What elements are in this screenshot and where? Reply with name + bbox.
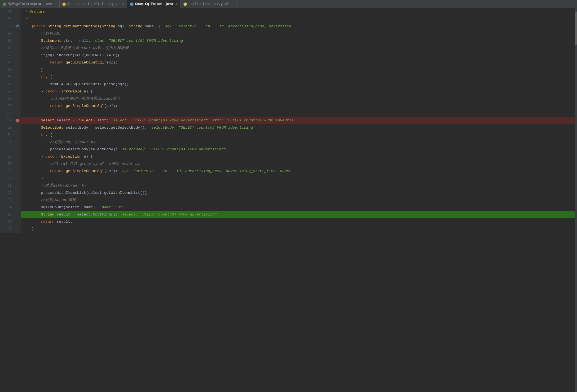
- line-number-79: 79: [0, 95, 14, 102]
- line-gutter-85: [14, 139, 21, 146]
- token: public: [23, 24, 48, 28]
- token: 0: [113, 53, 115, 57]
- tab-tab2[interactable]: AbstractHelperDialect.java×: [60, 0, 127, 8]
- token: [23, 169, 50, 173]
- token: ;: [88, 39, 95, 43]
- tab-icon-tab4: [184, 3, 187, 6]
- token: sql,: [115, 24, 129, 28]
- scrollbar-thumb[interactable]: [575, 11, 577, 45]
- code-editor: 67 * @return68 */69@ public String getSm…: [0, 8, 577, 392]
- token: getSimpleCountSql(: [63, 60, 106, 65]
- line-body-73: if(sql.indexOf(KEEP_ORDERBY) >= 0){: [21, 52, 577, 59]
- tab-icon-tab3: [130, 3, 133, 6]
- code-line-77: 77 stmt = CCJSqlParserUtil.parse(sql);: [0, 81, 577, 88]
- line-number-71: 71: [0, 37, 14, 45]
- line-gutter-77: [14, 81, 21, 88]
- code-line-87: 87 } catch (Exception e) {: [0, 153, 577, 160]
- vertical-scrollbar[interactable]: [575, 8, 577, 392]
- token: }: [23, 227, 34, 231]
- code-content: 67 * @return68 */69@ public String getSm…: [0, 8, 577, 392]
- token: select: "SELECT count(0) FROM advertisin…: [113, 118, 294, 122]
- token: {: [48, 75, 52, 79]
- tab-tab1[interactable]: MyPageInterceptor.java×: [0, 0, 60, 8]
- token: ){: [115, 53, 120, 57]
- token: getSmartCountSql(: [61, 24, 102, 28]
- code-line-92: 92 processWithItemsList(select.getWithIt…: [0, 189, 577, 197]
- line-gutter-95: [14, 211, 21, 218]
- line-gutter-70: [14, 30, 21, 37]
- tab-close-tab2[interactable]: ×: [122, 3, 124, 6]
- line-gutter-88: [14, 160, 21, 168]
- line-body-69: public String getSmartCountSql(String sq…: [21, 23, 577, 30]
- line-number-72: 72: [0, 45, 14, 52]
- line-body-87: } catch (Exception e) {: [21, 153, 577, 160]
- line-gutter-67: [14, 8, 21, 16]
- tab-close-tab4[interactable]: ×: [231, 3, 233, 6]
- tab-tab3[interactable]: CountSqlParser.java×: [127, 0, 181, 8]
- token: Statement: [41, 39, 61, 43]
- line-body-94: sqlToCount(select, name); name: "0": [21, 204, 577, 211]
- line-body-89: return getSimpleCountSql(sql); sql: "sel…: [21, 168, 577, 175]
- code-lines: 67 * @return68 */69@ public String getSm…: [0, 8, 577, 233]
- token: select = (: [54, 118, 79, 122]
- token: [23, 118, 41, 122]
- line-body-68: */: [21, 16, 577, 23]
- line-number-70: 70: [0, 30, 14, 37]
- line-number-86: 86: [0, 146, 14, 153]
- tab-close-tab1[interactable]: ×: [55, 3, 57, 6]
- line-gutter-81: [14, 110, 21, 117]
- line-number-88: 88: [0, 160, 14, 168]
- line-gutter-79: [14, 95, 21, 102]
- code-line-95: 95 String result = select.toString(); se…: [0, 211, 577, 218]
- line-gutter-84: [14, 131, 21, 139]
- code-line-91: 91 //处理with-去order by: [0, 182, 577, 189]
- line-gutter-87: [14, 153, 21, 160]
- line-number-87: 87: [0, 153, 14, 160]
- token: getSimpleCountSql(: [63, 104, 106, 108]
- line-body-96: return result;: [21, 218, 577, 226]
- tab-icon-tab2: [62, 3, 66, 6]
- token: result;: [54, 220, 72, 224]
- token: sql: [118, 82, 124, 86]
- token: return: [50, 169, 63, 173]
- line-gutter-75: [14, 66, 21, 74]
- code-line-88: 88 //当 sql 包含 group by 时，不去除 order by: [0, 160, 577, 168]
- line-number-77: 77: [0, 81, 14, 88]
- token: [23, 104, 50, 108]
- token: Select: [79, 118, 93, 122]
- token: //特殊sql不需要去掉order by时，使用注释前缀: [23, 46, 129, 50]
- code-line-84: 84 try {: [0, 131, 577, 139]
- token: catch: [45, 89, 57, 94]
- code-line-79: 79 //无法解析的用一般方法返回count语句: [0, 95, 577, 102]
- line-body-77: stmt = CCJSqlParserUtil.parse(sql);: [21, 81, 577, 88]
- line-number-93: 93: [0, 197, 14, 204]
- line-number-89: 89: [0, 168, 14, 175]
- token: }: [23, 155, 45, 159]
- breakpoint-82[interactable]: [16, 119, 19, 122]
- tab-tab4[interactable]: application-dev.yaml×: [181, 0, 236, 8]
- line-gutter-97: [14, 226, 21, 233]
- tab-label-tab2: AbstractHelperDialect.java: [67, 2, 119, 6]
- line-gutter-74: [14, 59, 21, 66]
- token: );: [113, 104, 118, 108]
- line-gutter-83: [14, 124, 21, 131]
- token: name) {: [142, 24, 160, 28]
- token: *: [23, 10, 30, 14]
- line-body-97: }: [21, 226, 577, 233]
- tab-close-tab3[interactable]: ×: [176, 3, 178, 6]
- tab-label-tab1: MyPageInterceptor.java: [8, 2, 52, 6]
- line-number-69: 69: [0, 23, 14, 30]
- code-line-80: 80 return getSimpleCountSql(sql);: [0, 102, 577, 110]
- line-number-95: 95: [0, 211, 14, 218]
- line-body-84: try {: [21, 131, 577, 139]
- code-line-72: 72 //特殊sql不需要去掉order by时，使用注释前缀: [0, 45, 577, 52]
- token: stmt =: [61, 39, 79, 43]
- tab-icon-tab1: [3, 3, 6, 6]
- line-body-90: }: [21, 175, 577, 182]
- token: //处理为count查询: [23, 198, 76, 202]
- code-line-68: 68 */: [0, 16, 577, 23]
- line-body-71: Statement stmt = null; stmt: "SELECT cou…: [21, 37, 577, 45]
- line-number-90: 90: [0, 175, 14, 182]
- token: String: [102, 24, 116, 28]
- token: //处理with-去order by: [23, 183, 86, 188]
